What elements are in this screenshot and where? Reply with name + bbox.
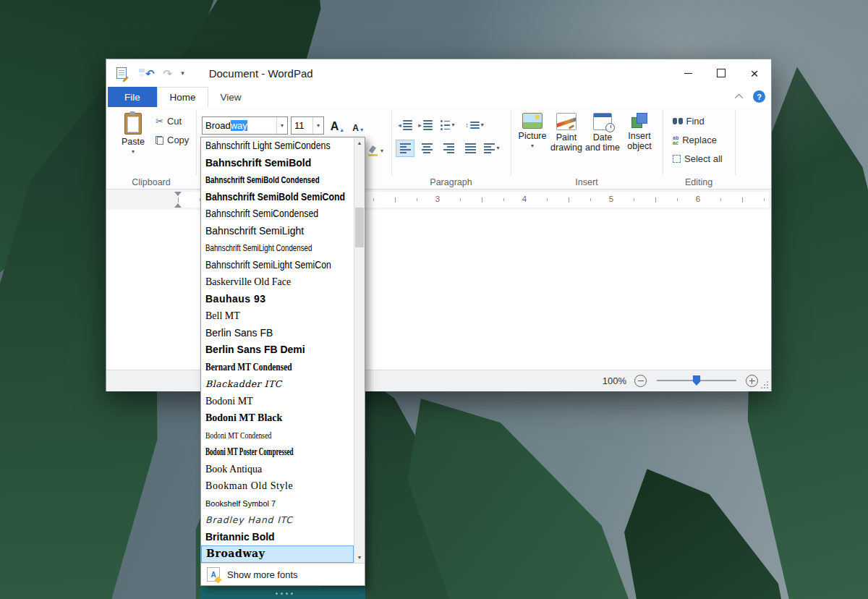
close-button[interactable]: × (738, 59, 771, 87)
font-list-item[interactable]: Bodoni MT (201, 393, 354, 410)
font-name-combobox[interactable]: Broadway ▾ (202, 116, 288, 135)
show-more-fonts-button[interactable]: A Show more fonts (201, 563, 365, 585)
zoom-out-button[interactable] (634, 375, 647, 387)
date-and-time-button[interactable]: Date and time (585, 111, 620, 153)
font-list-item[interactable]: Bodoni MT Poster Compressed (201, 443, 354, 461)
font-list-item[interactable]: Bookman Old Style (201, 477, 354, 495)
zoom-in-button[interactable] (746, 375, 758, 387)
font-list-item-label: Bahnschrift SemiBold SemiCond (205, 189, 345, 206)
align-center-button[interactable] (417, 140, 436, 157)
font-list-item[interactable]: Bodoni MT Condensed (201, 427, 354, 444)
font-size-value: 11 (292, 120, 312, 131)
copy-button[interactable]: Copy (156, 135, 189, 145)
decrease-indent-button[interactable]: ◂ (396, 116, 414, 134)
tab-file[interactable]: File (108, 87, 157, 107)
picture-icon (522, 113, 542, 129)
zoom-slider[interactable] (657, 380, 736, 381)
collapse-ribbon-button[interactable] (733, 91, 746, 103)
shrink-font-button[interactable]: A▼ (349, 116, 368, 135)
insert-picture-button[interactable]: Picture ▾ (515, 111, 550, 149)
font-list-item[interactable]: Bradley Hand ITC (201, 511, 354, 529)
undo-button[interactable]: ↶ (145, 68, 155, 79)
font-list-item[interactable]: Bahnschrift SemiBold Condensed (201, 171, 354, 189)
maximize-button[interactable] (705, 59, 738, 87)
font-dropdown: Bahnschrift Light SemiCondensBahnschrift… (200, 137, 365, 586)
align-left-button[interactable] (396, 140, 414, 157)
font-list-item[interactable]: Blackadder ITC (201, 375, 354, 393)
highlight-color-dropdown[interactable]: ▾ (379, 143, 385, 160)
line-spacing-icon: ↕ (465, 122, 469, 129)
tab-view[interactable]: View (208, 87, 253, 107)
highlight-color-button[interactable] (367, 143, 379, 160)
font-list-item[interactable]: Book Antiqua (201, 461, 354, 478)
redo-button[interactable]: ↷ (163, 68, 173, 79)
font-name-dropdown-arrow[interactable]: ▾ (276, 117, 287, 134)
font-list-item[interactable]: Berlin Sans FB Demi (201, 341, 354, 359)
font-list-item-label: Bahnschrift SemiCondensed (205, 205, 318, 223)
font-list-item[interactable]: Bell MT (201, 307, 354, 325)
line-spacing-button[interactable]: ↕ ▾ (462, 116, 487, 134)
minimize-button[interactable] (671, 59, 705, 87)
increase-indent-button[interactable]: ▸ (416, 116, 435, 134)
zoom-slider-thumb[interactable] (693, 375, 701, 386)
font-size-combobox[interactable]: 11 ▾ (291, 116, 324, 135)
font-list-item[interactable]: Bahnschrift SemiBold (201, 155, 354, 172)
align-right-button[interactable] (439, 140, 458, 157)
align-right-icon (443, 143, 454, 153)
resize-grip[interactable] (760, 381, 769, 389)
font-list-item[interactable]: Bahnschrift SemiLight Condensed (201, 239, 354, 257)
font-list-item-label: Berlin Sans FB Demi (205, 341, 305, 359)
font-list-item-label: Bahnschrift SemiLight (205, 223, 304, 240)
fonts-icon: A (207, 567, 220, 582)
maximize-icon (717, 69, 726, 77)
font-list-item[interactable]: Britannic Bold (201, 529, 354, 546)
clipboard-group-label: Clipboard (106, 177, 196, 187)
find-button[interactable]: Find (673, 116, 705, 127)
cut-button[interactable]: ✂ Cut (156, 116, 182, 127)
insert-object-button[interactable]: Insert object (622, 111, 657, 152)
font-list-item[interactable]: Bookshelf Symbol 7 (201, 495, 354, 512)
font-list-item-label: Bernard MT Condensed (205, 359, 292, 376)
wordpad-app-icon[interactable] (115, 67, 128, 80)
scroll-down-button[interactable]: ▼ (354, 552, 365, 563)
font-dropdown-scrollbar[interactable]: ▲ ▼ (354, 137, 365, 563)
font-color-buttons-partial: ▾ (367, 143, 385, 160)
font-list-item[interactable]: Bernard MT Condensed (201, 359, 354, 376)
font-list-item-label: Berlin Sans FB (205, 325, 273, 342)
first-line-indent-marker[interactable] (174, 192, 182, 196)
clipboard-group: Paste ▾ ✂ Cut Copy Clipboard (106, 107, 196, 190)
font-list-item[interactable]: Bahnschrift SemiBold SemiCond (201, 189, 354, 206)
list-button[interactable]: ▾ (436, 116, 459, 134)
paint-drawing-button[interactable]: Paint drawing (549, 111, 584, 153)
tab-home[interactable]: Home (157, 87, 208, 107)
font-list-item-label: Bookman Old Style (205, 477, 293, 495)
select-all-button[interactable]: Select all (673, 153, 723, 164)
font-size-dropdown-arrow[interactable]: ▾ (312, 117, 323, 134)
font-list-item[interactable]: Broadway (201, 545, 354, 563)
font-list-item[interactable]: Baskerville Old Face (201, 273, 354, 291)
quick-access-toolbar: ↶ ↷ ▾ (106, 67, 184, 80)
paragraph-dialog-button[interactable]: ▾ (482, 140, 501, 157)
replace-button[interactable]: abac Replace (673, 135, 717, 145)
scroll-up-button[interactable]: ▲ (354, 137, 365, 148)
font-list-item[interactable]: Berlin Sans FB (201, 325, 354, 342)
font-list-item[interactable]: Bahnschrift SemiLight SemiCon (201, 257, 354, 274)
font-list-item-label: Bauhaus 93 (205, 291, 266, 308)
paint-drawing-icon (556, 113, 576, 130)
font-list-item[interactable]: Bahnschrift Light SemiCondens (201, 137, 354, 155)
font-list-item-label: Broadway (206, 546, 265, 562)
paste-clipboard-icon (124, 113, 142, 135)
justify-button[interactable] (461, 140, 480, 157)
font-list-item-label: Bahnschrift Light SemiCondens (205, 137, 331, 155)
paste-button[interactable]: Paste ▾ (116, 111, 150, 172)
scrollbar-thumb[interactable] (355, 208, 364, 247)
left-indent-marker[interactable] (174, 203, 182, 208)
font-list-item[interactable]: Bauhaus 93 (201, 291, 354, 308)
font-list-item[interactable]: Bodoni MT Black (201, 409, 354, 427)
font-list-item[interactable]: Bahnschrift SemiLight (201, 223, 354, 240)
customize-qat-button[interactable]: ▾ (181, 69, 184, 77)
help-button[interactable]: ? (753, 90, 765, 103)
font-list-item[interactable]: Bahnschrift SemiCondensed (201, 205, 354, 223)
chevron-up-icon (735, 94, 743, 102)
grow-font-button[interactable]: A▲ (328, 116, 347, 135)
